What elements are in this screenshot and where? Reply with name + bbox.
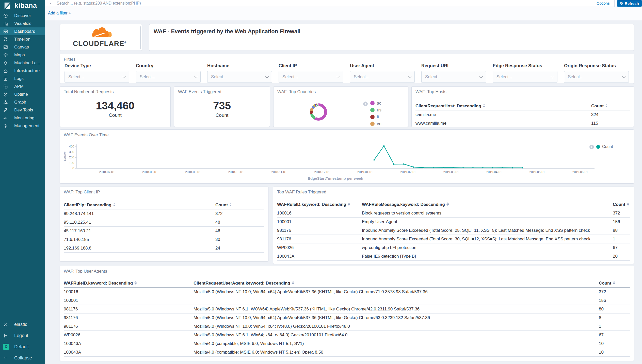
filter-select-client-ip[interactable]: Select... bbox=[279, 71, 343, 83]
sidebar-item-uptime[interactable]: Uptime bbox=[0, 90, 45, 98]
sort-icon bbox=[113, 203, 116, 206]
select-placeholder: Select... bbox=[568, 74, 583, 79]
column-header-wafruleid-keyword-descending[interactable]: WAFRuleID.keyword: Descending bbox=[64, 281, 194, 286]
sidebar-item-timelion[interactable]: Timelion bbox=[0, 35, 45, 43]
table-cell: 80 bbox=[599, 307, 630, 312]
table-cell: 372 bbox=[613, 211, 630, 216]
options-button[interactable]: Options bbox=[597, 1, 610, 5]
sidebar-item-maps[interactable]: Maps bbox=[0, 51, 45, 59]
legend-expand-icon[interactable] bbox=[589, 145, 594, 149]
column-header-count[interactable]: Count bbox=[599, 281, 630, 286]
sidebar-item-monitoring[interactable]: Monitoring bbox=[0, 114, 45, 122]
graph-icon bbox=[3, 100, 8, 105]
sidebar-item-graph[interactable]: Graph bbox=[0, 98, 45, 106]
column-header-clientrequestuseragent-keyword-descending[interactable]: ClientRequestUserAgent.keyword: Descendi… bbox=[194, 281, 599, 286]
panel-title: Filters bbox=[64, 57, 75, 62]
table-cell: 67 bbox=[599, 333, 630, 338]
sidebar-item-logs[interactable]: Logs bbox=[0, 75, 45, 82]
legend-expand-icon[interactable] bbox=[363, 102, 368, 106]
chevron-down-icon bbox=[622, 75, 625, 78]
sidebar-item-default[interactable]: DDefault bbox=[0, 341, 45, 352]
column-header-clientip-ip-descending[interactable]: ClientIP.ip: Descending bbox=[64, 203, 215, 208]
filter-select-country[interactable]: Select... bbox=[136, 71, 201, 83]
sidebar-item-elastic[interactable]: elastic bbox=[0, 319, 45, 330]
table-cell: Empty User-Agent bbox=[362, 219, 613, 224]
table-row: 45.117.160.2146 bbox=[64, 227, 264, 235]
column-header-wafrulemessage-keyword-descending[interactable]: WAFRuleMessage.keyword: Descending bbox=[362, 202, 613, 207]
table-cell: 10 bbox=[599, 350, 630, 355]
column-header-count[interactable]: Count bbox=[613, 202, 630, 207]
top-user-agents-panel: WAF: Top User Agents WAFRuleID.keyword: … bbox=[60, 266, 634, 361]
table-cell: 88 bbox=[613, 228, 630, 233]
table-row: 100043AFalse IE6 detection [Type B]20 bbox=[277, 252, 630, 261]
table-row: camilia.me324 bbox=[415, 110, 630, 119]
table-cell: 981176 bbox=[277, 237, 362, 242]
sidebar-item-logout[interactable]: Logout bbox=[0, 330, 45, 341]
legend-item-us[interactable]: us bbox=[370, 107, 381, 113]
chevron-down-icon bbox=[551, 75, 554, 78]
filter-select-hostname[interactable]: Select... bbox=[207, 71, 272, 83]
table-cell: Mozilla/5.0 (Windows NT 10.0; Win64; x64… bbox=[194, 315, 599, 320]
dashboard-icon bbox=[3, 29, 8, 34]
search-input[interactable] bbox=[57, 0, 539, 6]
svg-text:200: 200 bbox=[69, 156, 74, 159]
column-header-wafruleid-keyword-descending[interactable]: WAFRuleID.keyword: Descending bbox=[277, 202, 362, 207]
legend-item-it[interactable]: it bbox=[370, 113, 381, 120]
sidebar-item-apm[interactable]: APM bbox=[0, 82, 45, 90]
table-cell: 372 bbox=[215, 211, 264, 216]
table-row: 981176Inbound Anomaly Score Exceeded (To… bbox=[277, 235, 630, 243]
legend-color-dot bbox=[370, 122, 375, 126]
query-prompt-icon: >_ bbox=[49, 2, 53, 5]
column-header-clientrequesthost-descending[interactable]: ClientRequestHost: Descending bbox=[415, 104, 591, 109]
filter-field-country: CountrySelect... bbox=[136, 63, 201, 83]
svg-text:2018-08-01: 2018-08-01 bbox=[142, 170, 158, 174]
table-cell: 30 bbox=[215, 237, 264, 242]
table-cell: 156 bbox=[599, 298, 630, 303]
filter-select-request-uri[interactable]: Select... bbox=[421, 71, 486, 83]
filter-select-origin-response-status[interactable]: Select... bbox=[564, 71, 629, 83]
chevron-down-icon bbox=[408, 75, 411, 78]
filter-select-user-agent[interactable]: Select... bbox=[350, 71, 415, 83]
table-cell: 100016 bbox=[277, 211, 362, 216]
table-cell: Block requests to version control system… bbox=[362, 211, 613, 216]
sidebar-item-visualize[interactable]: Visualize bbox=[0, 20, 45, 27]
metric-value: 735 bbox=[213, 100, 231, 112]
panel-scrollbar[interactable] bbox=[140, 26, 141, 49]
legend-item-count[interactable]: Count bbox=[596, 144, 613, 149]
logout-icon bbox=[3, 333, 8, 338]
sidebar-item-dev-tools[interactable]: Dev Tools bbox=[0, 106, 45, 114]
svg-text:300: 300 bbox=[69, 150, 74, 154]
add-filter-button[interactable]: Add a filter + bbox=[48, 11, 71, 16]
table-cell: 981176 bbox=[64, 307, 194, 312]
sidebar-item-machine-le[interactable]: Machine Le... bbox=[0, 59, 45, 67]
sidebar-item-management[interactable]: Management bbox=[0, 122, 45, 130]
sidebar-item-canvas[interactable]: Canvas bbox=[0, 43, 45, 51]
filter-select-edge-response-status[interactable]: Select... bbox=[493, 71, 557, 83]
sidebar-item-label: Logs bbox=[14, 76, 24, 81]
waf-events-over-time-panel: WAF Events Over Time 01002003004002018-0… bbox=[60, 129, 634, 184]
legend-item-sc[interactable]: sc bbox=[370, 100, 381, 107]
refresh-button[interactable]: ↻ Refresh bbox=[617, 0, 642, 7]
column-header-count[interactable]: Count bbox=[215, 203, 264, 208]
metric-panel-total-requests: Total Number of Requests 134,460 Count bbox=[60, 86, 171, 127]
sidebar-item-collapse[interactable]: Collapse bbox=[0, 352, 45, 363]
column-header-count[interactable]: Count bbox=[591, 104, 630, 109]
filter-select-device-type[interactable]: Select... bbox=[65, 71, 129, 83]
table-row: 95.110.225.4148 bbox=[64, 218, 264, 227]
svg-text:2019-01-01: 2019-01-01 bbox=[357, 170, 373, 174]
table-cell: Mozilla/5.0 (Windows NT 10.0; Win64; x64… bbox=[194, 324, 599, 329]
sidebar-item-dashboard[interactable]: Dashboard bbox=[0, 27, 45, 35]
table-row: 192.169.188.824 bbox=[64, 244, 264, 253]
table-cell: Mozilla/4.0 (compatible; MSIE 6.0; Windo… bbox=[194, 341, 599, 346]
sidebar-item-discover[interactable]: Discover bbox=[0, 12, 45, 20]
kibana-logo[interactable]: kibana bbox=[4, 2, 37, 10]
legend-color-dot bbox=[370, 115, 375, 119]
top-search-bar: >_ Options ↻ Refresh bbox=[45, 0, 642, 7]
countries-donut-chart[interactable] bbox=[310, 103, 327, 121]
table-cell: 192.169.188.8 bbox=[64, 246, 215, 251]
legend-item-vn[interactable]: vn bbox=[370, 120, 381, 127]
sidebar-item-label: Graph bbox=[14, 100, 26, 105]
sidebar-item-infrastructure[interactable]: Infrastructure bbox=[0, 67, 45, 75]
filter-field-request-uri: Request URISelect... bbox=[421, 63, 486, 83]
sidebar-item-label: Timelion bbox=[14, 37, 30, 42]
